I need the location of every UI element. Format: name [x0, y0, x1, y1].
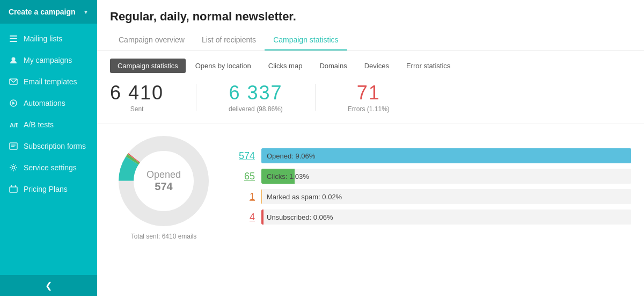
metric-bar-spam: Marked as spam: 0.02% — [261, 189, 631, 204]
stat-sent-value: 6 410 — [110, 82, 164, 104]
create-campaign-button[interactable]: Create a campaign ▼ — [0, 0, 97, 24]
service-settings-icon — [9, 163, 18, 172]
chart-area: Opened 574 Total sent: 6410 emails 574 O… — [97, 124, 644, 249]
ab-tests-icon: A/B — [9, 120, 18, 129]
caret-down-icon: ▼ — [83, 9, 89, 15]
mailing-lists-icon — [9, 34, 18, 44]
donut-center-title: Opened — [147, 169, 181, 181]
my-campaigns-icon — [9, 55, 18, 65]
sidebar-item-my-campaigns[interactable]: My campaigns — [0, 49, 97, 71]
sidebar: Create a campaign ▼ Mailing lists — [0, 0, 97, 296]
sidebar-item-pricing-plans[interactable]: Pricing Plans — [0, 178, 97, 200]
svg-rect-1 — [10, 38, 17, 39]
subnav-clicks-map[interactable]: Clicks map — [261, 59, 310, 73]
sidebar-item-ab-tests[interactable]: A/B A/B tests — [0, 114, 97, 135]
donut-center-value: 574 — [147, 181, 181, 193]
main-content: Regular, daily, normal newsletter. Campa… — [97, 0, 644, 296]
sidebar-item-label: My campaigns — [24, 56, 72, 64]
metric-bar-clicks: Clicks: 1.03% — [261, 169, 631, 184]
svg-rect-0 — [10, 35, 17, 37]
subnav-campaign-statistics[interactable]: Campaign statistics — [110, 59, 186, 73]
sidebar-nav: Mailing lists My campaigns — [0, 24, 97, 275]
stat-delivered: 6 337 delivered (98.86%) — [229, 82, 283, 113]
collapse-icon: ❮ — [45, 280, 52, 291]
metric-row-spam: 1 Marked as spam: 0.02% — [233, 189, 631, 204]
tab-list-of-recipients[interactable]: List of recipients — [193, 31, 265, 50]
main-header: Regular, daily, normal newsletter. Campa… — [97, 0, 644, 51]
metric-row-unsub: 4 Unsubscribed: 0.06% — [233, 210, 631, 225]
sidebar-item-label: Service settings — [24, 163, 77, 172]
sidebar-item-mailing-lists[interactable]: Mailing lists — [0, 28, 97, 49]
metric-count-unsub[interactable]: 4 — [233, 212, 255, 223]
metric-count-clicks[interactable]: 65 — [233, 171, 255, 182]
sidebar-item-subscription-forms[interactable]: Subscription forms — [0, 135, 97, 157]
stat-divider-2 — [315, 84, 316, 111]
svg-rect-2 — [10, 41, 17, 42]
sidebar-item-label: Automations — [24, 99, 65, 107]
svg-rect-11 — [10, 187, 17, 192]
sidebar-collapse-button[interactable]: ❮ — [0, 275, 97, 296]
metric-bar-fill-opened — [261, 148, 631, 163]
metric-bar-opened: Opened: 9.06% — [261, 148, 631, 163]
automations-icon — [9, 98, 18, 108]
metric-row-opened: 574 Opened: 9.06% — [233, 148, 631, 163]
sidebar-item-automations[interactable]: Automations — [0, 92, 97, 114]
stat-errors: 71 Errors (1.11%) — [348, 82, 390, 113]
sidebar-item-label: Pricing Plans — [24, 185, 68, 193]
stat-delivered-value: 6 337 — [229, 82, 283, 104]
subscription-forms-icon — [9, 141, 18, 151]
svg-point-10 — [12, 167, 15, 169]
donut-total-label: Total sent: 6410 emails — [110, 233, 217, 240]
stat-divider-1 — [196, 84, 196, 111]
stat-errors-label: Errors (1.11%) — [348, 105, 390, 113]
metric-count-opened[interactable]: 574 — [233, 150, 255, 162]
tab-campaign-statistics[interactable]: Campaign statistics — [265, 31, 347, 50]
stat-sent-label: Sent — [110, 105, 164, 113]
create-campaign-label: Create a campaign — [9, 8, 76, 16]
donut-chart: Opened 574 Total sent: 6410 emails — [110, 133, 217, 240]
metrics-list: 574 Opened: 9.06% 65 Clicks: 1.03% 1 — [233, 148, 631, 225]
metric-label-clicks: Clicks: 1.03% — [261, 172, 309, 181]
stat-delivered-label: delivered (98.86%) — [229, 105, 283, 113]
sub-nav: Campaign statistics Opens by location Cl… — [97, 51, 644, 73]
subnav-error-statistics[interactable]: Error statistics — [399, 59, 458, 73]
sidebar-item-email-templates[interactable]: Email templates — [0, 71, 97, 92]
sidebar-item-label: A/B tests — [24, 120, 54, 129]
metric-label-spam: Marked as spam: 0.02% — [261, 193, 342, 201]
svg-rect-7 — [10, 143, 17, 149]
sidebar-item-label: Mailing lists — [24, 34, 62, 43]
tab-campaign-overview[interactable]: Campaign overview — [110, 31, 193, 50]
subnav-opens-by-location[interactable]: Opens by location — [188, 59, 259, 73]
metric-row-clicks: 65 Clicks: 1.03% — [233, 169, 631, 184]
donut-center-label: Opened 574 — [147, 169, 181, 193]
metric-label-opened: Opened: 9.06% — [261, 152, 315, 160]
stat-errors-value: 71 — [348, 82, 390, 104]
svg-text:A/B: A/B — [10, 122, 18, 128]
main-tabs: Campaign overview List of recipients Cam… — [110, 31, 631, 50]
stats-summary: 6 410 Sent 6 337 delivered (98.86%) 71 E… — [97, 73, 644, 124]
metric-label-unsub: Unsubscribed: 0.06% — [261, 213, 333, 221]
email-templates-icon — [9, 77, 18, 86]
metric-count-spam[interactable]: 1 — [233, 191, 255, 203]
sidebar-item-label: Subscription forms — [24, 142, 86, 150]
sidebar-item-label: Email templates — [24, 77, 77, 86]
svg-point-3 — [12, 57, 16, 61]
metric-bar-unsub: Unsubscribed: 0.06% — [261, 210, 631, 225]
stat-sent: 6 410 Sent — [110, 82, 164, 113]
sidebar-item-service-settings[interactable]: Service settings — [0, 157, 97, 178]
page-title: Regular, daily, normal newsletter. — [110, 10, 631, 24]
subnav-devices[interactable]: Devices — [357, 59, 397, 73]
subnav-domains[interactable]: Domains — [312, 59, 354, 73]
pricing-plans-icon — [9, 184, 18, 194]
